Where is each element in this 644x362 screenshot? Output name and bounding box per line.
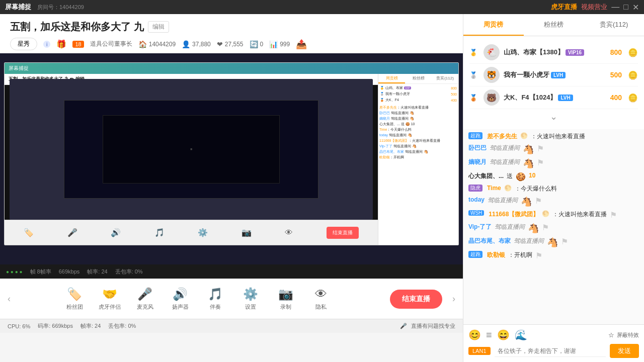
report-7[interactable]: ⚑ — [610, 210, 617, 220]
nested-tag-icon: 🏷️ — [24, 228, 34, 237]
video-screen: 屏幕捕捉 五割，加乐这是和你多大了 九 ✏ 编辑 ■ — [0, 53, 463, 264]
toolbar-partner[interactable]: 🤝 虎牙伴侣 — [97, 287, 122, 311]
lb-badge-2: LVH — [551, 72, 566, 78]
toolbar-music[interactable]: 🎵 伴奏 — [203, 287, 228, 311]
n-u8: Vip-了了 — [379, 144, 392, 148]
chat-input-field[interactable] — [495, 345, 606, 357]
text-10: ：开机啊 — [508, 251, 532, 259]
nested-amt2: 500 — [451, 93, 457, 96]
tab-fans[interactable]: 粉丝榜 — [524, 14, 584, 36]
toolbar-mic[interactable]: 🎤 麦克风 — [132, 287, 157, 311]
views-item: 📊 999 — [269, 40, 290, 48]
settings-icon: ⚙️ — [243, 287, 258, 301]
report-9[interactable]: ⚑ — [561, 237, 568, 246]
n-u2: 卧巴巴 — [379, 111, 390, 115]
nested-lb-3: 🥉 大K、F4 400 — [380, 98, 457, 103]
nested-header: 屏幕捕捉 — [5, 63, 458, 74]
report-3[interactable]: ⚑ — [537, 158, 544, 167]
toolbar-speaker[interactable]: 🔊 扬声器 — [168, 287, 193, 311]
user-8: Vip-了了 — [468, 223, 492, 231]
chat-msg-6: today 驾临直播间 🐴 ⚑ — [468, 196, 639, 207]
horse-icon-6: 🐴 — [521, 196, 532, 207]
stream-title-row: 五割，加乐这是和你多大了 九 编辑 — [10, 20, 453, 34]
share-icon[interactable]: 📤 — [296, 39, 307, 50]
toolbar-fans[interactable]: 🏷️ 粉丝团 — [62, 287, 87, 311]
minimize-btn[interactable]: — — [611, 3, 619, 12]
record-label: 录制 — [280, 303, 291, 311]
tab-guests[interactable]: 贵宾(112) — [584, 14, 644, 36]
text-1: ：火速叫他来看直播 — [531, 132, 585, 141]
report-6[interactable]: ⚑ — [535, 196, 542, 206]
cpu-status: CPU: 6% — [8, 323, 30, 329]
sticker-btn[interactable]: 😄 — [497, 329, 510, 341]
status-dots: ● ● ● ● — [6, 269, 23, 275]
status-right: 🎤 直播有问题找专业 — [400, 322, 455, 330]
screen-effects[interactable]: ☆ 屏蔽特效 — [608, 331, 639, 339]
right-sidebar: 周贡榜 粉丝榜 贵宾(112) 🥇 🐔 山鸡、布家【1380】VIP16 800… — [463, 14, 644, 362]
nested-app-title: 屏幕捕捉 — [9, 65, 29, 72]
chat-input-row: LAN1 发送 — [468, 344, 639, 358]
speaker-icon: 🔊 — [173, 287, 188, 301]
list-btn[interactable]: ≡ — [486, 329, 492, 341]
coin-icon-2: 🪙 — [628, 70, 638, 80]
sidebar-tabs: 周贡榜 粉丝榜 贵宾(112) — [463, 14, 644, 36]
chat-area: 超跑 差不多先生 🌕 ：火速叫他来看直播 卧巴巴 驾临直播间 🐴 ⚑ 嫡晓月 驾… — [463, 129, 644, 324]
n-u9: 晶巴布尾、布家 — [379, 150, 404, 153]
send-button[interactable]: 发送 — [610, 344, 639, 358]
toolbar-settings[interactable]: ⚙️ 设置 — [238, 287, 263, 311]
nested-msg-9: 晶巴布尾、布家 驾临直播间 🐴 — [379, 149, 457, 154]
star-button[interactable]: 星秀 — [10, 38, 37, 50]
chat-msg-8: Vip-了了 驾临直播间 🐴 ⚑ — [468, 223, 639, 234]
gift-btn[interactable]: 🌊 — [515, 329, 527, 341]
edit-button[interactable]: 编辑 — [148, 21, 169, 33]
app-title: 屏幕捕捉 — [5, 3, 31, 12]
packet-loss: 丢包率: 0% — [115, 268, 143, 276]
nested-amt3: 400 — [451, 99, 457, 102]
report-2[interactable]: ⚑ — [537, 144, 544, 153]
likes-item: ❤ 27,555 — [217, 40, 244, 48]
screen-effects-label: 屏蔽特效 — [617, 331, 639, 339]
emoji-btn[interactable]: 😊 — [468, 329, 481, 341]
nested-end-btn[interactable]: 结束直播 — [327, 227, 359, 239]
n-u5: Time — [379, 128, 387, 131]
music-label: 伴奏 — [210, 303, 221, 311]
room-number: 房间号：14044209 — [37, 4, 84, 11]
video-inner: 屏幕捕捉 五割，加乐这是和你多大了 九 ✏ 编辑 ■ — [0, 53, 463, 264]
report-8[interactable]: ⚑ — [542, 223, 549, 232]
frame-rate: 帧率: 24 — [87, 268, 107, 276]
n-u4: 心大集团、... — [379, 122, 400, 126]
tab-weekly[interactable]: 周贡榜 — [463, 14, 524, 36]
coin-icon-3: 🪙 — [628, 93, 638, 103]
fps-status: 帧率: 24 — [80, 322, 101, 330]
user-6: today — [468, 196, 485, 203]
action-2: 驾临直播间 — [490, 144, 520, 152]
toolbar-next-btn[interactable]: › — [450, 294, 458, 304]
avatar-2: 🐯 — [484, 67, 500, 83]
toolbar-prev-btn[interactable]: ‹ — [5, 294, 13, 304]
n-u1: 差不多先生 — [379, 106, 397, 109]
chat-msg-4: 心大集团、... 送 🍪 10 — [468, 172, 639, 182]
report-10[interactable]: ⚑ — [535, 251, 542, 260]
avatar-3: 🐻 — [484, 89, 500, 106]
nested-badge1: VIP — [404, 86, 411, 89]
chat-msg-2: 卧巴巴 驾临直播间 🐴 ⚑ — [468, 144, 639, 155]
close-btn[interactable]: ✕ — [632, 3, 639, 12]
lb-item-1: 🥇 🐔 山鸡、布家【1380】VIP16 800 🪙 — [469, 41, 638, 64]
nested-user1: 山鸡、布家 — [385, 85, 403, 90]
bottom-status-bar: CPU: 6% 码率: 669kbps 帧率: 24 丢包率: 0% 🎤 直播有… — [0, 319, 463, 333]
end-live-button[interactable]: 结束直播 — [390, 290, 442, 309]
nested-lb-2: 🥈 我有一颗小虎牙 500 — [380, 92, 457, 97]
nested-music-icon: 🎵 — [154, 228, 165, 237]
stream-title-text: 五割，加乐这是和你多大了 九 — [10, 20, 144, 34]
room-id-item: 🏠 14044209 — [138, 40, 176, 48]
video-container: 屏幕捕捉 五割，加乐这是和你多大了 九 ✏ 编辑 ■ — [0, 53, 463, 264]
info-badge: i — [43, 41, 50, 48]
maximize-btn[interactable]: □ — [623, 3, 628, 12]
nested-msg-1: 差不多先生：火速叫他来看直播 — [379, 105, 457, 110]
toolbar-privacy[interactable]: 👁 隐私 — [308, 287, 334, 311]
expand-leaderboard-btn[interactable]: ⌄ — [469, 109, 638, 124]
toolbar-record[interactable]: 📷 录制 — [273, 287, 298, 311]
nested-camera-icon: 📷 — [242, 228, 252, 237]
horse-icon-3: 🐴 — [523, 158, 534, 169]
deep-nested: ■ — [103, 115, 280, 184]
